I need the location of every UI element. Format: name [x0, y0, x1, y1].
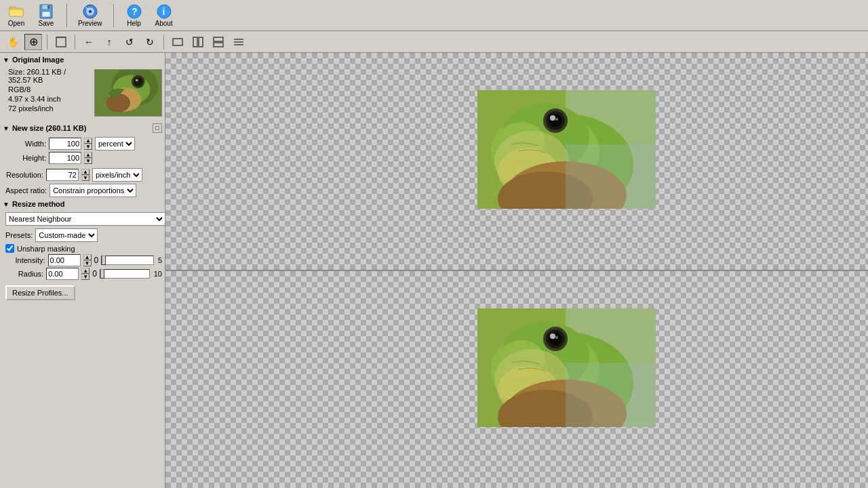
height-spin-down[interactable]: ▼ — [84, 158, 92, 164]
view-lines-button[interactable] — [230, 34, 248, 50]
arrow-up-icon: ↑ — [107, 37, 112, 47]
svg-rect-6 — [47, 5, 50, 9]
resize-method-select[interactable]: Nearest Neighbour Bilinear Bicubic Lancz… — [5, 212, 165, 226]
bottom-frog-svg — [477, 308, 656, 427]
intensity-spinner: ▲ ▼ — [83, 254, 92, 266]
svg-rect-21 — [214, 43, 223, 47]
height-spinner: ▲ ▼ — [84, 152, 92, 164]
resolution-input[interactable] — [46, 169, 79, 181]
width-spin-down[interactable]: ▼ — [84, 144, 92, 150]
size-unit-select[interactable]: percent pixels inches cm — [95, 137, 135, 150]
color-mode-info: RGB/8 — [8, 85, 90, 94]
intensity-row: Intensity: ▲ ▼ 0 5 — [12, 254, 162, 266]
hand-icon: ✋ — [7, 37, 19, 47]
resolution-unit-select[interactable]: pixels/inch pixels/cm — [92, 168, 142, 182]
rotate-cw-button[interactable]: ↻ — [141, 34, 159, 50]
radius-spinner: ▲ ▼ — [81, 268, 90, 280]
svg-rect-2 — [9, 9, 23, 16]
height-spin-up[interactable]: ▲ — [84, 152, 92, 158]
resize-method-header[interactable]: ▼ Resize method — [3, 200, 162, 208]
about-button[interactable]: i About — [152, 2, 176, 28]
intensity-spin-up[interactable]: ▲ — [83, 254, 92, 260]
radius-max: 10 — [154, 270, 162, 278]
resolution-spinner: ▲ ▼ — [81, 169, 90, 181]
radius-spin-down[interactable]: ▼ — [81, 274, 90, 280]
help-button[interactable]: ? Help — [122, 2, 146, 28]
arrow-up-button[interactable]: ↑ — [100, 34, 118, 50]
aspect-select[interactable]: Constrain proportions — [50, 184, 136, 197]
help-icon: ? — [126, 3, 142, 20]
top-frog-svg — [477, 90, 656, 209]
svg-rect-50 — [566, 144, 656, 209]
new-size-section-header[interactable]: ▼ New size (260.11 KB) □ — [3, 123, 162, 133]
svg-point-9 — [89, 10, 92, 13]
resize-profiles-button[interactable]: Resize Profiles... — [5, 285, 75, 300]
left-panel: ▼ Original Image Size: 260.11 KB / 352.5… — [0, 53, 165, 488]
tool-sep-3 — [163, 35, 164, 49]
move-icon: ⊕ — [29, 35, 38, 48]
new-size-collapse-btn[interactable]: □ — [153, 123, 162, 133]
height-row: Height: ▲ ▼ — [8, 152, 92, 164]
resolution-spin-down[interactable]: ▼ — [81, 175, 90, 181]
main-layout: ▼ Original Image Size: 260.11 KB / 352.5… — [0, 53, 868, 488]
view-split-h-button[interactable] — [189, 34, 207, 50]
radius-label: Radius: — [12, 270, 43, 278]
intensity-slider-thumb[interactable] — [102, 256, 106, 265]
resolution-label: Resolution: — [5, 171, 43, 179]
intensity-spin-down[interactable]: ▼ — [83, 260, 92, 266]
svg-text:?: ? — [132, 6, 138, 17]
resolution-info: 72 pixels/inch — [8, 104, 90, 113]
radius-slider-thumb[interactable] — [100, 269, 104, 279]
bottom-canvas-pane[interactable] — [165, 271, 868, 488]
unsharp-checkbox-row: Unsharp masking — [5, 244, 162, 253]
bottom-frog-image — [477, 308, 656, 427]
open-button[interactable]: Open — [4, 2, 28, 28]
new-size-arrow: ▼ — [3, 125, 9, 132]
width-spinner: ▲ ▼ — [84, 138, 92, 150]
svg-rect-20 — [214, 37, 223, 41]
unsharp-checkbox[interactable] — [5, 244, 14, 253]
resolution-row: Resolution: ▲ ▼ pixels/inch pixels/cm — [5, 168, 162, 182]
svg-rect-33 — [95, 70, 161, 117]
top-canvas-pane[interactable] — [165, 53, 868, 270]
presets-label: Presets: — [5, 231, 33, 239]
move-tool-button[interactable]: ⊕ — [24, 34, 42, 50]
width-spin-up[interactable]: ▲ — [84, 138, 92, 144]
rotate-ccw-button[interactable]: ↺ — [121, 34, 138, 50]
height-input[interactable] — [49, 152, 81, 164]
arrow-left-icon: ← — [84, 37, 94, 47]
save-button[interactable]: Save — [34, 2, 58, 28]
original-image-section-header[interactable]: ▼ Original Image — [3, 56, 162, 64]
svg-point-59 — [549, 332, 562, 346]
arrow-left-button[interactable]: ← — [80, 34, 98, 50]
crop-tool-button[interactable] — [52, 34, 70, 50]
hand-tool-button[interactable]: ✋ — [4, 34, 22, 50]
radius-row: Radius: ▲ ▼ 0 10 — [12, 268, 162, 280]
presets-row: Presets: Custom-made — [5, 228, 162, 242]
dimensions-info: 4.97 x 3.44 inch — [8, 95, 90, 103]
svg-rect-18 — [193, 37, 197, 47]
unsharp-section: Unsharp masking Intensity: ▲ ▼ 0 5 Radiu… — [3, 244, 162, 280]
view-split-v-icon — [212, 36, 224, 48]
resolution-spin-up[interactable]: ▲ — [81, 169, 90, 175]
preview-icon — [82, 3, 98, 20]
svg-text:i: i — [162, 6, 165, 17]
intensity-input[interactable] — [48, 254, 81, 266]
view-single-icon — [172, 36, 184, 48]
presets-select[interactable]: Custom-made — [35, 228, 98, 242]
resize-method-arrow: ▼ — [3, 201, 9, 208]
view-single-button[interactable] — [169, 34, 186, 50]
view-split-v-button[interactable] — [210, 34, 227, 50]
intensity-min: 0 — [94, 256, 99, 265]
width-input[interactable] — [49, 138, 81, 150]
intensity-slider-track[interactable] — [101, 256, 154, 265]
rotate-ccw-icon: ↺ — [125, 37, 134, 47]
radius-input[interactable] — [46, 268, 79, 280]
radius-slider-track[interactable] — [100, 269, 150, 279]
canvas-area — [165, 53, 868, 488]
new-size-title: New size (260.11 KB) — [12, 124, 86, 132]
crop-icon — [55, 36, 67, 48]
tool-sep-1 — [47, 35, 47, 49]
preview-button[interactable]: Preview — [75, 2, 105, 28]
radius-spin-up[interactable]: ▲ — [81, 268, 90, 274]
